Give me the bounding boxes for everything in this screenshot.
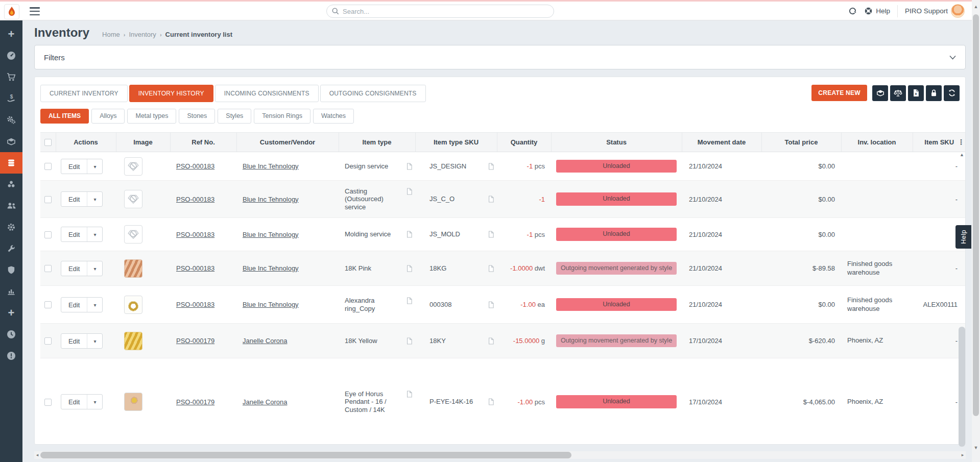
- ref-no-link[interactable]: PSO-000179: [176, 337, 214, 345]
- copy-icon[interactable]: [406, 231, 412, 238]
- col-movement-date[interactable]: Movement date: [682, 133, 761, 152]
- breadcrumb-home[interactable]: Home: [102, 31, 120, 38]
- edit-split-button[interactable]: Edit▾: [61, 227, 103, 242]
- edit-split-button[interactable]: Edit▾: [61, 159, 103, 174]
- shopping-cart-icon[interactable]: [0, 66, 22, 88]
- edit-split-button[interactable]: Edit▾: [61, 333, 103, 349]
- filters-panel[interactable]: Filters: [34, 45, 966, 69]
- col-item-type-sku[interactable]: Item type SKU: [415, 133, 497, 152]
- materials-cubes-icon[interactable]: [0, 174, 22, 195]
- column-menu-icon[interactable]: ⋮: [958, 138, 965, 146]
- customer-link[interactable]: Blue Inc Tehnology: [243, 301, 299, 308]
- chip-styles[interactable]: Styles: [218, 109, 251, 124]
- customer-link[interactable]: Blue Inc Tehnology: [243, 196, 299, 203]
- edit-split-button[interactable]: Edit▾: [61, 191, 103, 207]
- horizontal-scrollbar[interactable]: ◂ ▸: [34, 451, 966, 459]
- package-icon[interactable]: [872, 85, 888, 101]
- cash-hand-icon[interactable]: $: [0, 88, 22, 109]
- col-inv-location[interactable]: Inv. location: [841, 133, 913, 152]
- chip-watches[interactable]: Watches: [313, 109, 354, 124]
- row-checkbox[interactable]: [44, 265, 52, 272]
- tab-outgoing-consignments[interactable]: OUTGOING CONSIGNMENTS: [320, 85, 426, 102]
- lock-icon[interactable]: [926, 85, 942, 101]
- inventory-database-icon[interactable]: [0, 152, 22, 174]
- col-quantity[interactable]: Quantity: [497, 133, 551, 152]
- row-checkbox[interactable]: [44, 231, 52, 238]
- row-checkbox[interactable]: [44, 337, 52, 345]
- customer-link[interactable]: Blue Inc Tehnology: [243, 162, 299, 170]
- edit-split-button[interactable]: Edit▾: [61, 394, 103, 409]
- copy-icon[interactable]: [488, 265, 494, 272]
- tools-wrench-icon[interactable]: [0, 238, 22, 259]
- row-checkbox[interactable]: [44, 301, 52, 308]
- item-image[interactable]: [124, 190, 142, 208]
- scroll-left-arrow[interactable]: ◂: [34, 452, 40, 458]
- chip-alloys[interactable]: Alloys: [91, 109, 125, 124]
- copy-icon[interactable]: [488, 337, 494, 345]
- time-clock-icon[interactable]: [0, 324, 22, 345]
- item-image[interactable]: [124, 259, 142, 278]
- tab-inventory-history[interactable]: INVENTORY HISTORY: [129, 85, 213, 102]
- reports-chart-icon[interactable]: [0, 281, 22, 302]
- horizontal-scroll-thumb[interactable]: [40, 452, 571, 458]
- col-total-price[interactable]: Total price: [761, 133, 841, 152]
- chip-stones[interactable]: Stones: [179, 109, 215, 124]
- copy-icon[interactable]: [406, 391, 412, 398]
- alerts-exclamation-icon[interactable]: [0, 345, 22, 367]
- scroll-up-arrow[interactable]: ▲: [972, 3, 980, 10]
- settings-gear-icon[interactable]: [0, 216, 22, 238]
- copy-icon[interactable]: [406, 337, 412, 345]
- help-side-tab[interactable]: Help: [955, 225, 971, 249]
- item-image[interactable]: [124, 332, 142, 350]
- page-vertical-scrollbar[interactable]: ▲ ▼: [972, 0, 980, 462]
- col-customer-vendor[interactable]: Customer/Vendor: [236, 133, 339, 152]
- shipping-box-icon[interactable]: [0, 131, 22, 152]
- col-status[interactable]: Status: [551, 133, 682, 152]
- ref-no-link[interactable]: PSO-000183: [176, 231, 214, 238]
- chip-all-items[interactable]: ALL ITEMS: [40, 109, 89, 124]
- copy-icon[interactable]: [406, 163, 412, 170]
- excel-export-icon[interactable]: x: [908, 85, 924, 101]
- edit-split-button[interactable]: Edit▾: [61, 261, 103, 276]
- tab-current-inventory[interactable]: CURRENT INVENTORY: [40, 85, 128, 102]
- col-ref-no[interactable]: Ref No.: [170, 133, 236, 152]
- row-checkbox[interactable]: [44, 163, 52, 170]
- hamburger-menu-icon[interactable]: [30, 7, 40, 15]
- copy-icon[interactable]: [488, 231, 494, 238]
- copy-icon[interactable]: [488, 196, 494, 203]
- customer-link[interactable]: Blue Inc Tehnology: [243, 231, 299, 238]
- table-vertical-scroll-thumb[interactable]: [959, 327, 965, 447]
- copy-icon[interactable]: [406, 188, 412, 195]
- item-image[interactable]: [124, 296, 142, 314]
- ref-no-link[interactable]: PSO-000183: [176, 162, 214, 170]
- col-item-type[interactable]: Item type: [339, 133, 415, 152]
- tab-incoming-consignments[interactable]: INCOMING CONSIGNMENTS: [215, 85, 319, 102]
- row-checkbox[interactable]: [44, 196, 52, 203]
- create-new-button[interactable]: CREATE NEW: [811, 85, 867, 101]
- sidebar-add-icon[interactable]: +: [0, 23, 22, 45]
- sync-icon[interactable]: [944, 85, 960, 101]
- vertical-scroll-thumb[interactable]: [973, 14, 979, 416]
- col-item-sku[interactable]: Item SKU⋮: [913, 133, 966, 152]
- chip-tension-rings[interactable]: Tension Rings: [254, 109, 310, 124]
- help-button[interactable]: Help: [864, 7, 890, 15]
- item-image[interactable]: [124, 157, 142, 176]
- customer-link[interactable]: Blue Inc Tehnology: [243, 264, 299, 272]
- balance-scale-icon[interactable]: [890, 85, 906, 101]
- user-menu[interactable]: PIRO Support: [905, 4, 965, 18]
- breadcrumb-inventory[interactable]: Inventory: [129, 31, 156, 38]
- scroll-down-arrow[interactable]: ▼: [972, 444, 980, 451]
- refresh-icon[interactable]: [848, 7, 857, 15]
- table-scroll-up-arrow[interactable]: ▲: [960, 152, 964, 157]
- copy-icon[interactable]: [406, 297, 412, 304]
- scroll-right-arrow[interactable]: ▸: [960, 452, 966, 458]
- copy-icon[interactable]: [406, 265, 412, 272]
- customer-link[interactable]: Janelle Corona: [243, 398, 287, 406]
- ref-no-link[interactable]: PSO-000183: [176, 264, 214, 272]
- sidebar-add-secondary-icon[interactable]: +: [0, 302, 22, 324]
- row-checkbox[interactable]: [44, 399, 52, 406]
- chip-metal-types[interactable]: Metal types: [127, 109, 176, 124]
- security-shield-icon[interactable]: [0, 259, 22, 281]
- ref-no-link[interactable]: PSO-000183: [176, 301, 214, 308]
- ref-no-link[interactable]: PSO-000179: [176, 398, 214, 406]
